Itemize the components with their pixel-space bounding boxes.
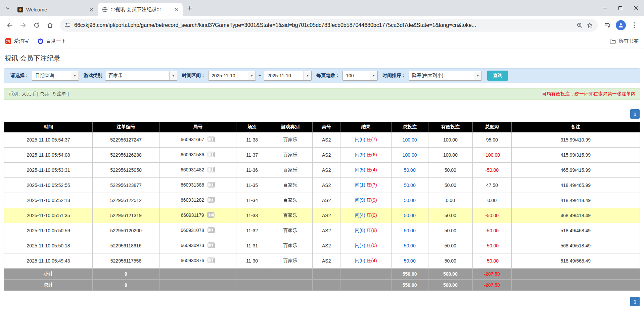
cell-time: 2025-11-10 05:53:31 [4, 163, 93, 178]
total-bet-link[interactable]: 50.00 [404, 258, 416, 264]
summary-left-text: 币别 : 人民币 | 总共 : 9 注单 | [8, 91, 69, 97]
column-header: 总派彩 [473, 122, 511, 132]
page-1-button[interactable]: 1 [630, 109, 640, 119]
total-bet-link[interactable]: 50.00 [404, 213, 416, 218]
per-page-select[interactable]: 100 ▼ [342, 71, 378, 81]
total-bet-link[interactable]: 100.00 [403, 152, 417, 158]
summary-bar: 币别 : 人民币 | 总共 : 9 注单 | 同局有效投注，统一计算在该局第一张… [4, 88, 640, 100]
reload-button[interactable] [30, 19, 43, 32]
bookmark-aitaobao[interactable]: 淘 爱淘宝 [5, 38, 29, 44]
result-banker: 庄(9) [367, 197, 377, 203]
round-result-icon[interactable] [208, 136, 215, 143]
query-type-select[interactable]: 日期查询 ▼ [32, 71, 79, 81]
table-row[interactable]: 2025-11-10 05:52:55 522956123877 6609313… [4, 178, 640, 193]
table-row[interactable]: 2025-11-10 05:49:43 522956117558 6609308… [4, 253, 640, 269]
cell-game-type: 百家乐 [268, 238, 313, 253]
home-button[interactable] [44, 19, 56, 32]
bookmarks-divider [601, 38, 601, 45]
forward-icon [20, 22, 27, 29]
cell-result: 闲(6)庄(7) [340, 132, 391, 148]
tab-close-button[interactable] [89, 6, 95, 12]
cell-valid-bet: 0.00 [428, 193, 473, 208]
cell-valid-bet: 50.00 [428, 253, 473, 269]
cell-session: 11-38 [236, 132, 268, 148]
cell-session: 11-36 [236, 163, 268, 178]
cell-round: 660930973 [159, 238, 236, 253]
cell-note: 618.49/568.49 [511, 253, 640, 269]
url-text[interactable]: 66cxkj98.com/ipl/portal.php/game/betreco… [74, 22, 573, 28]
round-result-icon[interactable] [207, 212, 215, 219]
bookmark-baidu[interactable]: 百度一下 [38, 38, 66, 44]
table-row[interactable]: 2025-11-10 05:54:37 522956127247 6609316… [4, 132, 640, 148]
cell-time: 2025-11-10 05:50:18 [4, 238, 93, 253]
forward-button[interactable] [17, 19, 30, 32]
cell-payout: -50.00 [473, 238, 511, 253]
total-bet-link[interactable]: 50.00 [404, 183, 416, 188]
table-row[interactable]: 2025-11-10 05:54:08 522956126288 6609315… [4, 148, 640, 163]
cell-total-bet: 50.00 [391, 178, 428, 193]
close-window-button[interactable] [628, 0, 644, 16]
back-button[interactable] [3, 19, 16, 32]
sort-select[interactable]: 降幂(由大到小) ▼ [409, 71, 482, 81]
all-bookmarks-button[interactable]: 所有书签 [610, 38, 639, 44]
result-player: 闲(7) [355, 243, 365, 248]
round-result-icon[interactable] [208, 257, 215, 264]
url-bar[interactable]: 66cxkj98.com/ipl/portal.php/game/betreco… [60, 19, 598, 32]
tab-welcome[interactable]: Welcome [13, 3, 98, 16]
browser-menu-button[interactable] [628, 19, 641, 32]
profile-button[interactable] [614, 19, 627, 32]
round-result-icon[interactable] [208, 182, 215, 189]
table-row[interactable]: 2025-11-10 05:53:31 522956125050 6609314… [4, 163, 640, 178]
close-icon [90, 8, 93, 11]
minimize-button[interactable] [597, 0, 612, 16]
summary-notice-text: 同局有效投注，统一计算在该局第一张注单内 [542, 91, 636, 97]
cell-valid-bet: 50.00 [428, 208, 473, 223]
table-row[interactable]: 2025-11-10 05:50:59 522956120200 6609310… [4, 223, 640, 238]
bookmark-star-icon[interactable] [587, 22, 593, 29]
home-icon [47, 22, 53, 29]
zoom-icon[interactable] [577, 22, 583, 29]
round-result-icon[interactable] [208, 197, 215, 204]
media-controls-button[interactable] [601, 19, 614, 32]
per-page-label: 每页笔数： [316, 73, 340, 79]
total-bet-link[interactable]: 50.00 [404, 198, 416, 203]
total-bet-link[interactable]: 100.00 [403, 137, 417, 143]
tab-close-button[interactable] [173, 6, 179, 12]
total-bet-link[interactable]: 50.00 [404, 243, 416, 248]
tab-search-button[interactable] [3, 3, 13, 13]
cell-bet-id: 522956123877 [93, 178, 159, 193]
cell-payout: -100.00 [473, 148, 511, 163]
date-to-select[interactable]: 2025-11-10 ▼ [264, 71, 312, 81]
round-result-icon[interactable] [208, 227, 215, 234]
game-type-select[interactable]: 百家乐 ▼ [105, 71, 177, 81]
footer-count: 9 [93, 269, 159, 280]
cell-table-no: AS2 [313, 238, 340, 253]
date-from-select[interactable]: 2025-11-10 ▼ [208, 71, 256, 81]
column-header: 场次 [236, 122, 268, 132]
page-1-button[interactable]: 1 [630, 297, 640, 306]
site-controls-icon[interactable] [64, 22, 71, 28]
cell-total-bet: 50.00 [391, 163, 428, 178]
round-result-icon[interactable] [208, 152, 215, 158]
cell-table-no: AS2 [313, 208, 340, 223]
table-row[interactable]: 2025-11-10 05:50:18 522956118616 6609309… [4, 238, 640, 253]
result-banker: 庄(4) [367, 167, 377, 172]
tab-betrecord[interactable]: :::视讯 会员下注纪录::: [98, 3, 183, 16]
round-result-icon[interactable] [208, 242, 215, 249]
footer-payout: -207.50 [473, 280, 511, 291]
cell-time: 2025-11-10 05:54:08 [4, 148, 93, 163]
search-button[interactable]: 查询 [487, 71, 508, 81]
maximize-button[interactable] [612, 0, 628, 16]
table-row[interactable]: 2025-11-10 05:51:35 522956121319 6609311… [4, 208, 640, 223]
total-bet-link[interactable]: 50.00 [404, 167, 416, 173]
total-bet-link[interactable]: 50.00 [404, 228, 416, 233]
cell-table-no: AS2 [313, 253, 340, 269]
round-result-icon[interactable] [208, 167, 215, 173]
cell-note: 568.49/518.49 [511, 238, 640, 253]
chevron-down-icon: ▼ [370, 71, 377, 80]
cell-total-bet: 50.00 [391, 208, 428, 223]
new-tab-button[interactable] [185, 3, 195, 13]
cell-game-type: 百家乐 [268, 132, 313, 148]
table-row[interactable]: 2025-11-10 05:52:13 522956122512 6609312… [4, 193, 640, 208]
result-player: 闲(4) [355, 212, 365, 218]
